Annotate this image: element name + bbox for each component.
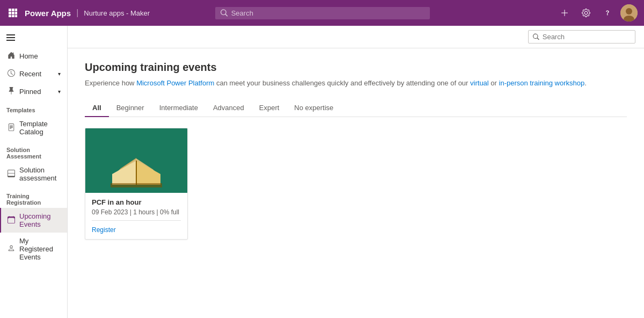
svg-rect-3: [9, 12, 11, 15]
svg-point-10: [626, 8, 632, 15]
svg-rect-4: [12, 12, 14, 15]
in-person-link[interactable]: in-person training workshop: [499, 79, 585, 87]
svg-rect-13: [6, 37, 15, 38]
svg-rect-0: [9, 9, 11, 11]
sidebar-item-home[interactable]: Home: [0, 47, 67, 65]
card-register-link-1[interactable]: Register: [92, 226, 116, 234]
pinned-icon: [8, 87, 15, 96]
sidebar-pinned-label: Pinned: [19, 88, 41, 96]
avatar[interactable]: [620, 4, 638, 21]
card-body-1: PCF in an hour 09 Feb 2023 | 1 hours | 0…: [85, 193, 187, 239]
add-button[interactable]: [556, 4, 573, 21]
template-icon: [8, 124, 15, 133]
help-icon[interactable]: [599, 4, 616, 21]
upcoming-events-label: Upcoming Events: [19, 212, 61, 228]
global-search[interactable]: [215, 7, 430, 19]
sidebar-item-solution-assessment[interactable]: Solution assessment: [0, 162, 67, 186]
solution-assessment-label: Solution assessment: [19, 166, 61, 182]
settings-icon[interactable]: [577, 4, 595, 21]
sidebar: Home Recent ▾ Pinned ▾ Templates Templat…: [0, 26, 68, 318]
tab-advanced[interactable]: Advanced: [206, 99, 252, 117]
content-area: Upcoming training events Experience how …: [68, 48, 644, 252]
secondary-search-icon: [533, 33, 539, 40]
solution-icon: [8, 170, 15, 179]
svg-rect-14: [6, 40, 15, 41]
secondary-search-input[interactable]: [543, 33, 631, 41]
page-description: Experience how Microsoft Power Platform …: [85, 78, 627, 89]
event-card-1[interactable]: PCF in an hour 09 Feb 2023 | 1 hours | 0…: [85, 128, 188, 240]
tab-intermediate[interactable]: Intermediate: [152, 99, 206, 117]
sidebar-item-template-catalog[interactable]: Template Catalog: [0, 115, 67, 140]
recent-chevron: ▾: [58, 71, 61, 77]
app-name: Power Apps: [25, 9, 71, 18]
grid-icon[interactable]: [6, 6, 19, 19]
svg-rect-8: [15, 15, 17, 17]
sidebar-item-recent[interactable]: Recent ▾: [0, 65, 67, 83]
my-registered-events-label: My Registered Events: [19, 237, 61, 261]
templates-section-label: Templates: [0, 100, 67, 115]
secondary-search[interactable]: [528, 30, 635, 44]
svg-rect-7: [12, 15, 14, 17]
secondary-bar: [68, 26, 644, 48]
svg-rect-5: [15, 12, 17, 15]
search-icon: [221, 9, 228, 17]
pinned-chevron: ▾: [58, 89, 61, 95]
sidebar-item-my-registered-events[interactable]: My Registered Events: [0, 233, 67, 265]
home-icon: [8, 52, 15, 61]
top-nav-actions: [556, 4, 638, 21]
events-grid: PCF in an hour 09 Feb 2023 | 1 hours | 0…: [85, 128, 627, 240]
app-subtitle: Nurture apps - Maker: [84, 9, 150, 17]
svg-rect-6: [9, 15, 11, 17]
svg-rect-17: [111, 183, 162, 187]
top-nav: Power Apps | Nurture apps - Maker: [0, 0, 644, 26]
virtual-link[interactable]: virtual: [470, 79, 489, 87]
card-title-1: PCF in an hour: [92, 198, 181, 206]
tab-no-expertise[interactable]: No expertise: [287, 99, 341, 117]
tab-beginner[interactable]: Beginner: [109, 99, 152, 117]
template-catalog-label: Template Catalog: [19, 120, 61, 136]
svg-rect-2: [15, 9, 17, 11]
sidebar-home-label: Home: [19, 52, 38, 60]
recent-icon: [8, 69, 15, 78]
svg-rect-12: [6, 34, 15, 35]
mspp-link[interactable]: Microsoft Power Platform: [136, 79, 214, 87]
hamburger-button[interactable]: [0, 28, 67, 47]
events-icon: [8, 216, 15, 225]
tab-all[interactable]: All: [85, 99, 109, 117]
global-search-input[interactable]: [231, 9, 425, 17]
registered-icon: [8, 244, 15, 254]
training-registration-section-label: Training Registration: [0, 186, 67, 208]
sidebar-item-upcoming-events[interactable]: Upcoming Events: [0, 208, 67, 233]
card-meta-1: 09 Feb 2023 | 1 hours | 0% full: [92, 208, 181, 216]
nav-separator: |: [76, 8, 78, 18]
card-image-1: [85, 128, 187, 193]
svg-rect-1: [12, 9, 14, 11]
solution-assessment-section-label: Solution Assessment: [0, 140, 67, 162]
main-layout: Home Recent ▾ Pinned ▾ Templates Templat…: [0, 26, 644, 318]
avatar-image: [620, 4, 638, 21]
filter-tabs: All Beginner Intermediate Advanced Exper…: [85, 99, 627, 117]
tab-expert[interactable]: Expert: [252, 99, 287, 117]
sidebar-recent-label: Recent: [19, 70, 41, 78]
page-title: Upcoming training events: [85, 61, 627, 74]
book-illustration: [88, 128, 185, 193]
main-content: Upcoming training events Experience how …: [68, 26, 644, 318]
card-divider-1: [92, 220, 181, 221]
sidebar-item-pinned[interactable]: Pinned ▾: [0, 83, 67, 100]
